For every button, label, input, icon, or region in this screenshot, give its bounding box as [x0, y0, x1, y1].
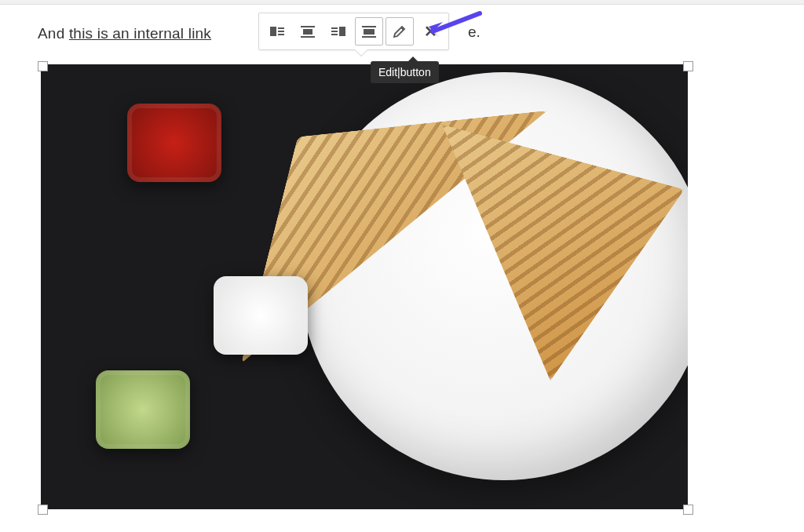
align-center-button[interactable]: [294, 17, 322, 46]
align-center-icon: [300, 24, 316, 39]
svg-rect-10: [331, 34, 338, 35]
image-dip-green: [96, 370, 190, 449]
svg-rect-9: [331, 31, 338, 32]
tooltip-text: Edit|button: [378, 66, 431, 78]
paragraph-text: And this is an internal link: [38, 24, 211, 45]
svg-rect-5: [303, 29, 312, 35]
image-dip-red: [127, 104, 221, 182]
align-right-icon: [331, 24, 346, 39]
selected-image[interactable]: [41, 64, 688, 509]
align-none-icon: [361, 24, 377, 39]
align-none-button[interactable]: [355, 17, 383, 46]
svg-rect-1: [278, 27, 284, 29]
svg-rect-4: [301, 26, 315, 27]
svg-rect-6: [301, 36, 315, 38]
align-right-button[interactable]: [324, 17, 353, 46]
svg-rect-3: [278, 34, 284, 35]
svg-rect-7: [339, 27, 345, 36]
close-icon: ✕: [424, 22, 437, 41]
resize-handle-top-left[interactable]: [38, 61, 48, 71]
image-dip-white: [214, 276, 308, 355]
remove-image-button[interactable]: ✕: [416, 17, 444, 46]
pencil-icon: [392, 24, 407, 39]
align-left-button[interactable]: [263, 17, 291, 46]
edit-image-button[interactable]: [386, 17, 414, 46]
svg-rect-8: [331, 27, 338, 29]
svg-rect-13: [362, 36, 376, 38]
svg-rect-12: [364, 29, 375, 35]
text-after-popup: e.: [468, 24, 481, 41]
svg-rect-0: [270, 27, 276, 36]
resize-handle-bottom-left[interactable]: [38, 505, 48, 515]
svg-rect-2: [278, 31, 284, 32]
text-before-link: And: [38, 25, 69, 42]
internal-link[interactable]: this is an internal link: [69, 25, 211, 42]
image-inline-toolbar: ✕: [258, 13, 449, 50]
align-left-icon: [269, 24, 285, 39]
resize-handle-top-right[interactable]: [683, 61, 693, 71]
editor-content: And this is an internal link: [0, 5, 249, 45]
edit-tooltip: Edit|button: [371, 61, 439, 83]
svg-rect-11: [362, 26, 376, 27]
resize-handle-bottom-right[interactable]: [683, 505, 693, 515]
